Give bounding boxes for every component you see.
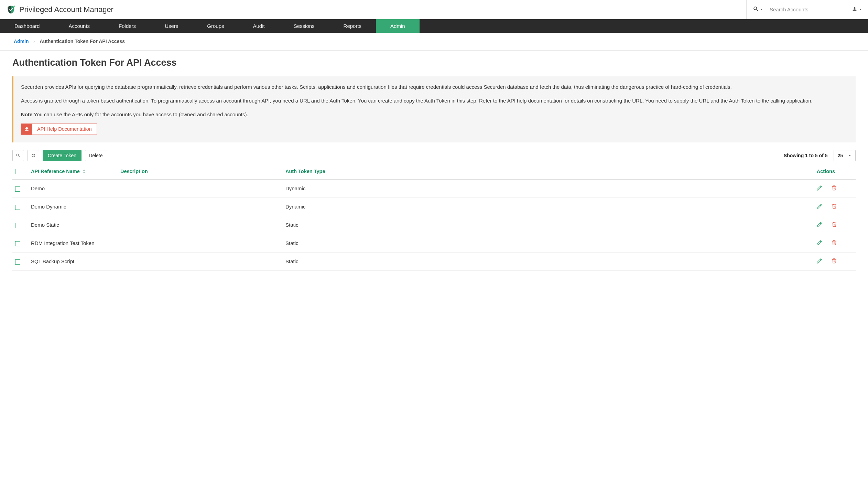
table-row: Demo StaticStatic (12, 216, 856, 234)
edit-icon[interactable] (816, 222, 823, 228)
row-name: Demo Dynamic (28, 197, 118, 216)
search-area[interactable] (746, 0, 846, 19)
row-description (118, 197, 283, 216)
edit-icon[interactable] (816, 258, 823, 265)
select-all-checkbox[interactable] (15, 169, 20, 174)
refresh-button[interactable] (28, 150, 39, 161)
row-description (118, 179, 283, 197)
table-row: DemoDynamic (12, 179, 856, 197)
edit-icon[interactable] (816, 240, 823, 247)
row-checkbox[interactable] (15, 205, 20, 210)
col-type[interactable]: Auth Token Type (283, 165, 554, 180)
delete-icon[interactable] (832, 222, 838, 228)
delete-icon[interactable] (832, 258, 838, 265)
row-description (118, 216, 283, 234)
sort-icon (83, 169, 86, 174)
col-name[interactable]: API Reference Name (28, 165, 118, 180)
info-box: Securden provides APIs for querying the … (12, 76, 856, 142)
nav-item-reports[interactable]: Reports (329, 19, 376, 33)
delete-icon[interactable] (832, 203, 838, 210)
table-search-button[interactable] (12, 150, 24, 161)
showing-text: Showing 1 to 5 of 5 (784, 153, 828, 158)
delete-icon[interactable] (832, 185, 838, 192)
nav-item-dashboard[interactable]: Dashboard (0, 19, 54, 33)
info-note: Note:You can use the APIs only for the a… (21, 111, 849, 118)
header: Privileged Account Manager (0, 0, 868, 19)
download-icon (21, 124, 32, 135)
edit-icon[interactable] (816, 203, 823, 210)
row-description (118, 252, 283, 270)
row-name: Demo Static (28, 216, 118, 234)
page-title: Authentication Token For API Access (12, 57, 856, 68)
row-checkbox[interactable] (15, 186, 20, 192)
tokens-table: API Reference Name Description Auth Toke… (12, 165, 856, 271)
col-description[interactable]: Description (118, 165, 283, 180)
row-checkbox[interactable] (15, 241, 20, 246)
delete-icon[interactable] (832, 240, 838, 247)
nav-item-folders[interactable]: Folders (104, 19, 150, 33)
nav-item-admin[interactable]: Admin (376, 19, 420, 33)
edit-icon[interactable] (816, 185, 823, 192)
user-menu[interactable] (846, 0, 868, 19)
chevron-down-icon (848, 153, 852, 158)
nav-item-sessions[interactable]: Sessions (279, 19, 329, 33)
chevron-right-icon (32, 39, 36, 44)
row-type: Dynamic (283, 179, 554, 197)
info-p1: Securden provides APIs for querying the … (21, 83, 849, 91)
search-scope-chevron-icon[interactable] (760, 7, 763, 12)
toolbar: Create Token Delete Showing 1 to 5 of 5 … (12, 150, 856, 161)
row-type: Static (283, 216, 554, 234)
nav-item-accounts[interactable]: Accounts (54, 19, 104, 33)
nav-item-groups[interactable]: Groups (193, 19, 238, 33)
shield-check-logo-icon (6, 5, 16, 14)
page-size-select[interactable]: 25 (834, 150, 856, 161)
content: Authentication Token For API Access Secu… (0, 51, 868, 271)
row-name: SQL Backup Script (28, 252, 118, 270)
brand-title: Privileged Account Manager (19, 5, 113, 14)
api-help-documentation-button[interactable]: API Help Documentation (21, 124, 97, 135)
row-checkbox[interactable] (15, 223, 20, 228)
table-row: Demo DynamicDynamic (12, 197, 856, 216)
search-input[interactable] (770, 7, 825, 12)
search-icon (753, 6, 759, 13)
chevron-down-icon (859, 7, 862, 12)
note-text: :You can use the APIs only for the accou… (32, 111, 248, 117)
nav-item-audit[interactable]: Audit (239, 19, 279, 33)
breadcrumb-root-link[interactable]: Admin (14, 39, 29, 44)
breadcrumb: Admin Authentication Token For API Acces… (0, 33, 868, 51)
note-label: Note (21, 111, 32, 117)
table-row: SQL Backup ScriptStatic (12, 252, 856, 270)
info-p2: Access is granted through a token-based … (21, 97, 849, 105)
table-row: RDM Integration Test TokenStatic (12, 234, 856, 252)
delete-button[interactable]: Delete (85, 150, 106, 161)
row-checkbox[interactable] (15, 259, 20, 265)
main-nav: DashboardAccountsFoldersUsersGroupsAudit… (0, 19, 868, 33)
svg-point-0 (13, 6, 15, 7)
row-name: Demo (28, 179, 118, 197)
row-description (118, 234, 283, 252)
api-doc-button-label: API Help Documentation (32, 126, 97, 132)
row-name: RDM Integration Test Token (28, 234, 118, 252)
row-type: Static (283, 234, 554, 252)
row-type: Dynamic (283, 197, 554, 216)
nav-item-users[interactable]: Users (150, 19, 193, 33)
row-type: Static (283, 252, 554, 270)
user-icon (852, 6, 857, 13)
breadcrumb-current: Authentication Token For API Access (40, 39, 125, 44)
brand: Privileged Account Manager (0, 5, 746, 14)
col-actions: Actions (554, 165, 856, 180)
create-token-button[interactable]: Create Token (43, 150, 82, 161)
page-size-value: 25 (837, 153, 843, 158)
